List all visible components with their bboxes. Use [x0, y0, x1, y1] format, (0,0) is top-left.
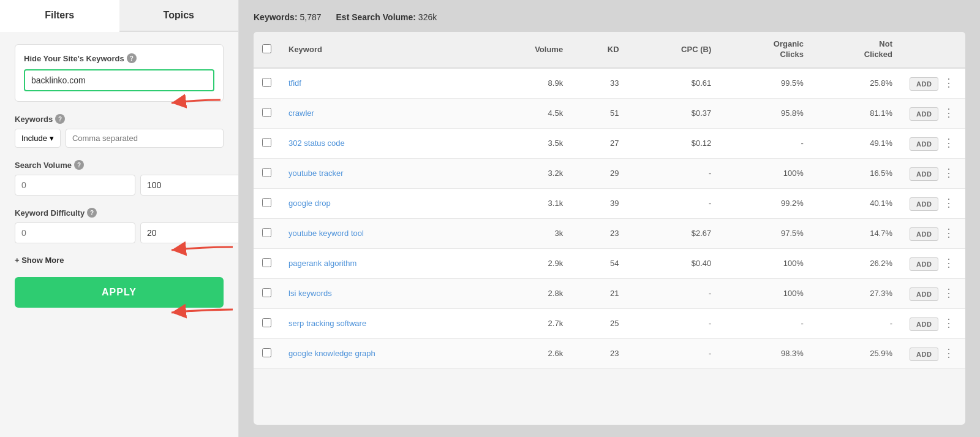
- keyword-cell[interactable]: crawler: [280, 98, 483, 128]
- add-button[interactable]: ADD: [910, 77, 938, 91]
- search-volume-min[interactable]: [15, 175, 135, 196]
- action-cell: ADD ⋮: [901, 188, 965, 218]
- cpc-cell: -: [628, 188, 720, 218]
- more-options-icon[interactable]: ⋮: [941, 165, 957, 180]
- tab-filters[interactable]: Filters: [0, 0, 119, 32]
- cpc-cell: -: [628, 308, 720, 338]
- keyword-difficulty-help-icon[interactable]: ?: [87, 208, 97, 218]
- tab-topics[interactable]: Topics: [119, 0, 239, 31]
- volume-stat: Est Search Volume: 326k: [336, 12, 437, 22]
- volume-cell: 2.9k: [483, 248, 572, 278]
- table-row: tfidf 8.9k 33 $0.61 99.5% 25.8% ADD ⋮: [254, 68, 965, 99]
- show-more-link[interactable]: + Show More: [15, 256, 224, 265]
- site-input[interactable]: [24, 69, 214, 91]
- search-volume-max[interactable]: [140, 175, 238, 196]
- th-keyword: Keyword: [280, 32, 483, 68]
- volume-cell: 8.9k: [483, 68, 572, 99]
- row-checkbox[interactable]: [262, 78, 271, 87]
- add-button[interactable]: ADD: [910, 107, 938, 121]
- row-checkbox-cell[interactable]: [254, 218, 280, 248]
- cpc-cell: $0.12: [628, 128, 720, 158]
- keyword-cell[interactable]: 302 status code: [280, 128, 483, 158]
- table-row: crawler 4.5k 51 $0.37 95.8% 81.1% ADD ⋮: [254, 98, 965, 128]
- keyword-cell[interactable]: lsi keywords: [280, 278, 483, 308]
- add-button[interactable]: ADD: [910, 257, 938, 271]
- search-volume-help-icon[interactable]: ?: [74, 160, 84, 170]
- add-button[interactable]: ADD: [910, 287, 938, 301]
- add-button[interactable]: ADD: [910, 348, 938, 361]
- keywords-input[interactable]: [66, 129, 224, 148]
- more-options-icon[interactable]: ⋮: [941, 226, 957, 240]
- row-checkbox-cell[interactable]: [254, 308, 280, 338]
- keyword-cell[interactable]: youtube keyword tool: [280, 218, 483, 248]
- keyword-difficulty-label: Keyword Difficulty ?: [15, 208, 224, 218]
- keyword-difficulty-max[interactable]: [140, 222, 238, 243]
- more-options-icon[interactable]: ⋮: [941, 75, 957, 90]
- th-select-all[interactable]: [254, 32, 280, 68]
- add-button[interactable]: ADD: [910, 167, 938, 181]
- kd-cell: 25: [571, 308, 627, 338]
- more-options-icon[interactable]: ⋮: [941, 105, 957, 120]
- organic-cell: -: [720, 308, 812, 338]
- row-checkbox-cell[interactable]: [254, 158, 280, 188]
- not-clicked-cell: 40.1%: [812, 188, 901, 218]
- right-panel: Keywords: 5,787 Est Search Volume: 326k …: [239, 0, 980, 437]
- row-checkbox[interactable]: [262, 198, 271, 207]
- add-button[interactable]: ADD: [910, 227, 938, 241]
- keywords-table-container: Keyword Volume KD CPC (B) Organic Clicks: [254, 32, 965, 425]
- more-options-icon[interactable]: ⋮: [941, 316, 957, 330]
- row-checkbox[interactable]: [262, 168, 271, 177]
- row-checkbox-cell[interactable]: [254, 248, 280, 278]
- table-row: google drop 3.1k 39 - 99.2% 40.1% ADD ⋮: [254, 188, 965, 218]
- hide-keywords-help-icon[interactable]: ?: [127, 53, 137, 63]
- th-volume: Volume: [483, 32, 572, 68]
- kd-cell: 33: [571, 68, 627, 99]
- action-cell: ADD ⋮: [901, 68, 965, 99]
- action-cell: ADD ⋮: [901, 218, 965, 248]
- volume-cell: 3.5k: [483, 128, 572, 158]
- keywords-section: Keywords ? Include ▾: [15, 114, 224, 148]
- row-checkbox[interactable]: [262, 228, 271, 237]
- row-checkbox-cell[interactable]: [254, 338, 280, 368]
- more-options-icon[interactable]: ⋮: [941, 286, 957, 300]
- action-cell: ADD ⋮: [901, 248, 965, 278]
- more-options-icon[interactable]: ⋮: [941, 346, 957, 360]
- include-dropdown[interactable]: Include ▾: [15, 129, 61, 148]
- cpc-cell: $0.61: [628, 68, 720, 99]
- action-cell: ADD ⋮: [901, 158, 965, 188]
- row-checkbox[interactable]: [262, 288, 271, 297]
- th-actions: [901, 32, 965, 68]
- kd-cell: 27: [571, 128, 627, 158]
- keyword-cell[interactable]: google drop: [280, 188, 483, 218]
- organic-cell: 100%: [720, 158, 812, 188]
- row-checkbox-cell[interactable]: [254, 68, 280, 99]
- select-all-checkbox[interactable]: [262, 44, 271, 53]
- more-options-icon[interactable]: ⋮: [941, 256, 957, 270]
- apply-button[interactable]: APPLY: [15, 277, 224, 308]
- row-checkbox-cell[interactable]: [254, 188, 280, 218]
- table-row: serp tracking software 2.7k 25 - - - ADD…: [254, 308, 965, 338]
- add-button[interactable]: ADD: [910, 137, 938, 151]
- more-options-icon[interactable]: ⋮: [941, 135, 957, 150]
- keyword-cell[interactable]: google knowledge graph: [280, 338, 483, 368]
- row-checkbox-cell[interactable]: [254, 278, 280, 308]
- row-checkbox[interactable]: [262, 108, 271, 117]
- keyword-difficulty-min[interactable]: [15, 222, 135, 243]
- add-button[interactable]: ADD: [910, 197, 938, 211]
- row-checkbox[interactable]: [262, 138, 271, 147]
- row-checkbox[interactable]: [262, 348, 271, 357]
- keyword-cell[interactable]: youtube tracker: [280, 158, 483, 188]
- row-checkbox[interactable]: [262, 258, 271, 267]
- kd-cell: 23: [571, 218, 627, 248]
- row-checkbox-cell[interactable]: [254, 128, 280, 158]
- row-checkbox-cell[interactable]: [254, 98, 280, 128]
- keyword-cell[interactable]: pagerank algorithm: [280, 248, 483, 278]
- not-clicked-cell: 25.9%: [812, 338, 901, 368]
- keywords-help-icon[interactable]: ?: [55, 114, 65, 124]
- add-button[interactable]: ADD: [910, 317, 938, 331]
- row-checkbox[interactable]: [262, 318, 271, 327]
- more-options-icon[interactable]: ⋮: [941, 196, 957, 210]
- keyword-cell[interactable]: serp tracking software: [280, 308, 483, 338]
- keyword-cell[interactable]: tfidf: [280, 68, 483, 99]
- table-row: 302 status code 3.5k 27 $0.12 - 49.1% AD…: [254, 128, 965, 158]
